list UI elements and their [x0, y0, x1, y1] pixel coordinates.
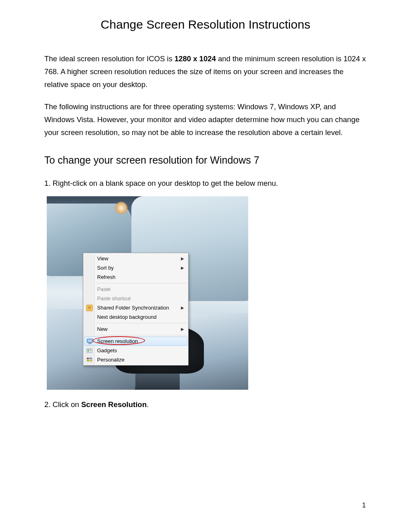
step2-bold: Screen Resolution [81, 400, 147, 409]
svg-rect-2 [89, 343, 91, 344]
step2-text-a: 2. Click on [44, 400, 81, 409]
desktop-context-menu[interactable]: View ▶ Sort by ▶ Refresh Paste Paste sho… [83, 253, 189, 366]
menu-label: View [97, 256, 108, 262]
menu-label: Gadgets [97, 347, 117, 353]
page-number: 1 [362, 501, 366, 509]
heading-windows7: To change your screen resolution for Win… [44, 154, 367, 166]
menu-separator [96, 323, 187, 323]
submenu-arrow-icon: ▶ [181, 305, 184, 310]
menu-label: Paste [97, 286, 110, 292]
menu-separator [96, 335, 187, 335]
menu-item-screen-resolution[interactable]: Screen resolution [84, 337, 187, 346]
sync-icon [86, 305, 93, 311]
svg-rect-1 [87, 339, 92, 342]
step-1: 1. Right-click on a blank space on your … [44, 177, 367, 189]
step-2: 2. Click on Screen Resolution. [44, 399, 367, 411]
menu-item-sort-by[interactable]: Sort by ▶ [84, 263, 187, 272]
p1-text-a: The ideal screen resolution for ICOS is [44, 54, 174, 63]
menu-label: Paste shortcut [97, 295, 131, 301]
menu-item-next-desktop-background[interactable]: Next desktop background [84, 312, 187, 322]
submenu-arrow-icon: ▶ [181, 266, 184, 270]
menu-label: Screen resolution [97, 338, 138, 344]
monitor-icon [87, 338, 93, 345]
menu-separator [96, 283, 187, 283]
svg-rect-9 [87, 358, 89, 359]
svg-rect-7 [87, 351, 89, 352]
svg-rect-12 [90, 360, 92, 361]
menu-item-personalize[interactable]: Personalize [84, 355, 187, 364]
menu-item-paste-shortcut: Paste shortcut [84, 294, 187, 303]
menu-label: Sort by [97, 265, 114, 271]
intro-paragraph-1: The ideal screen resolution for ICOS is … [44, 52, 367, 91]
step2-text-b: . [147, 400, 149, 409]
personalize-icon [86, 357, 93, 363]
gadgets-icon [86, 347, 93, 354]
menu-item-new[interactable]: New ▶ [84, 324, 187, 334]
menu-label: Personalize [97, 357, 125, 363]
menu-item-gadgets[interactable]: Gadgets [84, 346, 187, 355]
intro-paragraph-2: The following instructions are for three… [44, 100, 367, 139]
submenu-arrow-icon: ▶ [181, 256, 184, 261]
menu-label: New [97, 326, 108, 332]
desktop-screenshot: View ▶ Sort by ▶ Refresh Paste Paste sho… [47, 196, 248, 390]
page-title: Change Screen Resolution Instructions [44, 18, 367, 31]
menu-item-paste: Paste [84, 285, 187, 294]
menu-item-refresh[interactable]: Refresh [84, 272, 187, 282]
menu-label: Refresh [97, 274, 116, 280]
svg-rect-5 [87, 349, 89, 351]
svg-rect-11 [87, 360, 89, 361]
menu-item-shared-folder-sync[interactable]: Shared Folder Synchronization ▶ [84, 303, 187, 312]
submenu-arrow-icon: ▶ [181, 327, 184, 331]
menu-label: Next desktop background [97, 314, 156, 320]
svg-rect-6 [90, 349, 91, 351]
p1-bold: 1280 x 1024 [174, 54, 216, 63]
menu-label: Shared Folder Synchronization [97, 305, 169, 311]
menu-item-view[interactable]: View ▶ [84, 254, 187, 263]
svg-rect-3 [88, 343, 92, 344]
svg-rect-10 [89, 358, 92, 359]
